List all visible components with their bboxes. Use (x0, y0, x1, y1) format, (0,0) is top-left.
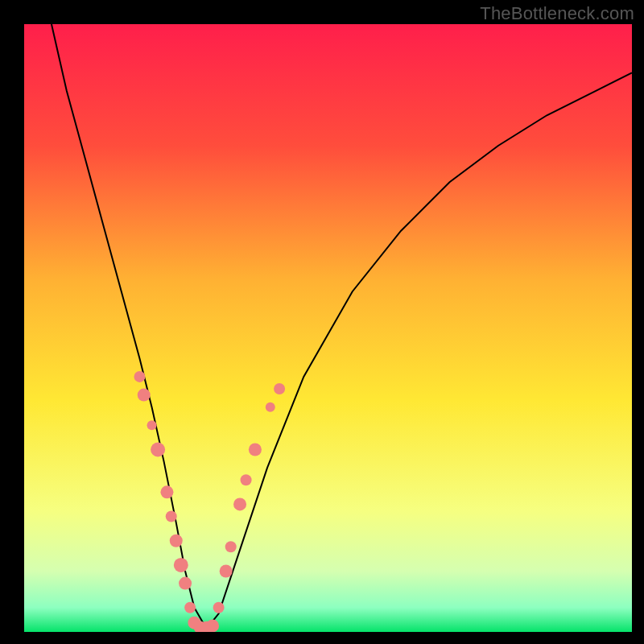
chart-frame: TheBottleneck.com (0, 0, 644, 644)
background-gradient (24, 24, 632, 632)
plot-area (24, 24, 632, 632)
watermark-text: TheBottleneck.com (480, 3, 634, 24)
svg-rect-0 (24, 24, 632, 632)
